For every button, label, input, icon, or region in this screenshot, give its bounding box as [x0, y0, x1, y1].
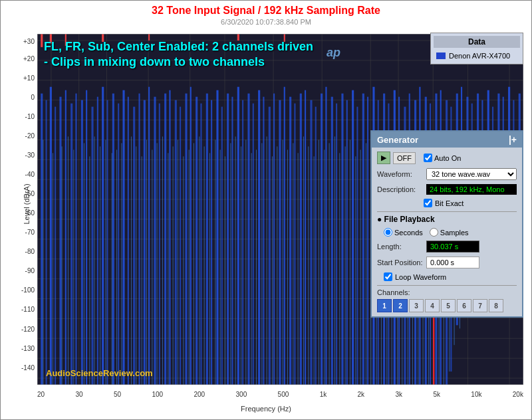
x-tick-20: 20	[37, 391, 45, 398]
svg-rect-49	[128, 97, 129, 385]
seconds-radio[interactable]	[384, 228, 392, 237]
svg-rect-48	[122, 90, 124, 385]
watermark: AudioScienceReview.com	[46, 368, 153, 378]
x-tick-200: 200	[194, 391, 205, 398]
svg-rect-126	[53, 153, 53, 385]
x-axis-ticks: 20 30 50 100 200 300 500 1k 2k 3k 5k 10k…	[37, 391, 523, 398]
svg-rect-76	[269, 107, 271, 385]
waveform-row: Waveform: 32 tone wave.wav	[377, 168, 517, 180]
channel-btn-1[interactable]: 1	[377, 299, 392, 312]
channel-btn-8[interactable]: 8	[489, 299, 503, 312]
channel-btn-3[interactable]: 3	[409, 299, 424, 312]
main-container: 32 Tone Input Signal / 192 kHz Sampling …	[0, 0, 532, 420]
svg-rect-164	[267, 136, 267, 385]
x-axis-label: Frequency (Hz)	[241, 405, 291, 413]
y-tick-m120: -120	[21, 325, 37, 332]
generator-pin-icon[interactable]: |+	[509, 134, 517, 145]
svg-rect-171	[303, 136, 304, 385]
x-tick-100: 100	[152, 391, 163, 398]
svg-rect-65	[211, 100, 212, 385]
svg-rect-153	[209, 153, 210, 385]
svg-rect-75	[263, 97, 264, 385]
x-tick-2k: 2k	[358, 391, 365, 398]
generator-body: ▶ OFF Auto On Waveform: 32 tone wave.wav	[372, 148, 522, 316]
svg-rect-68	[227, 94, 229, 385]
y-tick-m100: -100	[21, 286, 37, 294]
svg-rect-34	[50, 87, 52, 385]
svg-rect-71	[242, 100, 243, 385]
svg-rect-176	[329, 143, 330, 385]
channels-label: Channels:	[377, 288, 517, 296]
svg-rect-178	[339, 153, 340, 385]
data-panel-title: Data	[434, 36, 520, 48]
data-panel: Data Denon AVR-X4700	[430, 33, 523, 64]
samples-radio-label[interactable]: Samples	[430, 228, 469, 237]
svg-rect-79	[284, 87, 285, 385]
svg-rect-58	[175, 100, 177, 385]
seconds-radio-label[interactable]: Seconds	[384, 228, 423, 237]
svg-rect-77	[273, 94, 275, 385]
channel-btn-6[interactable]: 6	[457, 299, 471, 312]
y-tick-m50: -50	[25, 190, 37, 197]
bit-exact-label: Bit Exact	[435, 199, 464, 207]
svg-rect-94	[362, 94, 364, 385]
waveform-select[interactable]: 32 tone wave.wav	[426, 168, 517, 180]
svg-rect-166	[277, 146, 277, 385]
svg-rect-133	[100, 146, 100, 385]
play-button[interactable]: ▶	[377, 152, 390, 164]
svg-rect-45	[106, 100, 108, 385]
svg-rect-91	[346, 100, 348, 385]
channel-btn-7[interactable]: 7	[473, 299, 487, 312]
svg-rect-135	[112, 153, 112, 385]
loop-waveform-checkbox[interactable]	[384, 272, 392, 281]
description-value: 24 bits, 192 kHz, Mono	[426, 184, 517, 195]
start-pos-value[interactable]: 0.000 s	[426, 257, 479, 268]
svg-rect-174	[319, 140, 319, 385]
channel-btn-5[interactable]: 5	[441, 299, 456, 312]
svg-rect-132	[94, 136, 95, 385]
length-label: Length:	[377, 243, 424, 251]
annotation-line2: - Clips in mixing down to two channels	[44, 54, 313, 70]
svg-rect-52	[144, 100, 146, 385]
auto-on-checkbox[interactable]	[424, 154, 432, 162]
generator-panel: Generator |+ ▶ OFF Auto On Waveform:	[370, 130, 523, 318]
samples-radio[interactable]	[430, 228, 438, 237]
svg-rect-157	[230, 143, 231, 385]
auto-on-label[interactable]: Auto On	[424, 154, 461, 162]
svg-rect-150	[194, 143, 194, 385]
svg-rect-180	[350, 140, 350, 385]
svg-rect-89	[336, 104, 337, 385]
svg-rect-131	[89, 156, 90, 385]
bit-exact-checkbox[interactable]	[424, 199, 432, 207]
svg-rect-141	[146, 140, 147, 385]
svg-rect-41	[86, 90, 87, 385]
y-tick-m80: -80	[25, 248, 37, 255]
svg-rect-72	[247, 94, 249, 385]
svg-rect-33	[46, 100, 47, 385]
annotation-text: FL, FR, Sub, Center Enabled: 2 channels …	[44, 39, 313, 70]
channel-btn-4[interactable]: 4	[425, 299, 440, 312]
svg-rect-60	[185, 94, 187, 385]
svg-rect-93	[356, 107, 358, 385]
svg-rect-181	[355, 156, 356, 385]
svg-rect-130	[84, 143, 84, 385]
chart-subtitle: 6/30/2020 10:07:38.840 PM	[1, 18, 531, 26]
svg-rect-151	[199, 136, 200, 385]
x-tick-10k: 10k	[471, 391, 481, 398]
off-button[interactable]: OFF	[393, 152, 416, 164]
channel-btn-2[interactable]: 2	[393, 299, 408, 312]
svg-rect-42	[91, 107, 93, 385]
svg-rect-138	[131, 136, 132, 385]
svg-rect-127	[62, 146, 63, 385]
y-tick-m40: -40	[25, 171, 37, 178]
time-unit-row: Seconds Samples	[377, 228, 517, 237]
svg-rect-175	[324, 150, 325, 385]
generator-title: Generator	[377, 135, 418, 145]
svg-rect-47	[118, 104, 119, 385]
y-tick-10: +10	[23, 74, 37, 82]
loop-waveform-label: Loop Waveform	[395, 273, 446, 281]
svg-rect-36	[59, 97, 61, 385]
svg-rect-173	[314, 156, 315, 385]
seconds-label: Seconds	[394, 229, 423, 237]
svg-rect-95	[367, 97, 368, 385]
